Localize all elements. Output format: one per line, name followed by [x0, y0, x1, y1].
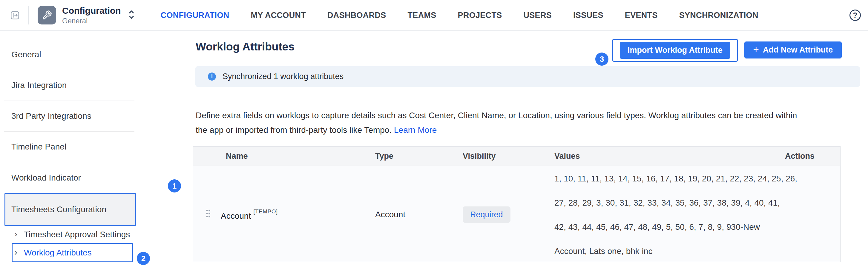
add-new-attribute-label: Add New Attribute	[763, 45, 833, 55]
divider	[28, 6, 29, 25]
values-line: 27, 28, 29, 3, 30, 31, 32, 33, 34, 35, 3…	[554, 191, 797, 215]
chevron-right-icon: ›	[14, 248, 17, 257]
main-nav: CONFIGURATION MY ACCOUNT DASHBOARDS TEAM…	[161, 11, 758, 20]
page-title: Worklog Attributes	[196, 41, 294, 53]
sidebar-item-timeline-panel[interactable]: Timeline Panel	[4, 132, 134, 162]
nav-configuration[interactable]: CONFIGURATION	[161, 11, 229, 20]
top-bar: Configuration General CONFIGURATION MY A…	[0, 0, 868, 31]
sidebar-item-timesheet-approval-settings[interactable]: › Timesheet Approval Settings	[0, 226, 179, 243]
nav-my-account[interactable]: MY ACCOUNT	[251, 11, 306, 20]
column-header-visibility: Visibility	[463, 152, 496, 161]
sync-info-banner: i Synchronized 1 worklog attributes	[195, 66, 860, 87]
sidebar-item-general[interactable]: General	[4, 39, 134, 70]
description-line-1: Define extra fields on worklogs to captu…	[196, 108, 862, 123]
plus-icon: +	[753, 44, 759, 55]
info-icon: i	[208, 72, 216, 80]
sidebar: General Jira Integration 3rd Party Integ…	[0, 31, 179, 265]
sidebar-item-label: Timesheet Approval Settings	[24, 230, 130, 239]
attribute-name: Account[TEMPO]	[221, 208, 278, 221]
chevron-right-icon: ›	[14, 230, 17, 238]
column-header-actions: Actions	[785, 152, 814, 161]
sidebar-expand-icon[interactable]	[9, 9, 21, 21]
attribute-values: 1, 10, 11, 11, 13, 14, 15, 16, 17, 18, 1…	[554, 167, 797, 263]
annotation-step-1-badge: 1	[168, 179, 181, 193]
page-description: Define extra fields on worklogs to captu…	[196, 108, 862, 137]
nav-users[interactable]: USERS	[523, 11, 552, 20]
app-title: Configuration	[62, 6, 121, 15]
column-header-name: Name	[226, 152, 248, 161]
help-icon[interactable]: ?	[849, 9, 861, 21]
visibility-badge: Required	[463, 206, 510, 223]
attribute-type: Account	[375, 210, 405, 219]
table-header-row: Name Type Visibility Values Actions	[193, 146, 840, 166]
nav-synchronization[interactable]: SYNCHRONIZATION	[679, 11, 758, 20]
app-switcher[interactable]: Configuration General	[38, 6, 135, 25]
nav-issues[interactable]: ISSUES	[573, 11, 603, 20]
banner-text: Synchronized 1 worklog attributes	[222, 72, 343, 81]
annotation-step-2-badge: 2	[137, 252, 150, 265]
sidebar-item-timesheets-configuration[interactable]: Timesheets Configuration	[4, 193, 136, 226]
sidebar-item-label: Worklog Attributes	[24, 248, 92, 258]
description-line-2: the app or imported from third-party too…	[196, 123, 862, 137]
app-subtitle: General	[62, 17, 121, 25]
nav-dashboards[interactable]: DASHBOARDS	[328, 11, 386, 20]
wrench-icon	[38, 6, 56, 25]
values-line: 42, 43, 44, 45, 46, 47, 48, 49, 5, 50, 6…	[554, 215, 797, 239]
values-line: Account, Lats one, bhk inc	[554, 239, 797, 263]
sidebar-item-3rd-party-integrations[interactable]: 3rd Party Integrations	[4, 101, 134, 132]
chevron-up-down-icon	[128, 9, 135, 21]
table-row: Account[TEMPO] Account Required 1, 10, 1…	[193, 166, 840, 262]
column-header-type: Type	[375, 152, 393, 161]
nav-events[interactable]: EVENTS	[625, 11, 658, 20]
annotation-step-3-box: Import Worklog Attribute	[612, 39, 738, 62]
values-line: 1, 10, 11, 11, 13, 14, 15, 16, 17, 18, 1…	[554, 167, 797, 191]
worklog-attributes-table: Name Type Visibility Values Actions Acco…	[193, 146, 840, 262]
divider	[145, 6, 145, 25]
sidebar-item-worklog-attributes[interactable]: › Worklog Attributes	[12, 243, 133, 262]
sidebar-item-label: Timesheets Configuration	[11, 205, 106, 214]
drag-handle-icon[interactable]	[205, 208, 211, 221]
import-worklog-attribute-button[interactable]: Import Worklog Attribute	[620, 42, 730, 59]
nav-teams[interactable]: TEAMS	[408, 11, 436, 20]
add-new-attribute-button[interactable]: + Add New Attribute	[744, 41, 842, 59]
column-header-values: Values	[554, 152, 580, 161]
nav-projects[interactable]: PROJECTS	[458, 11, 502, 20]
annotation-step-3-badge: 3	[595, 53, 609, 66]
sidebar-item-workload-indicator[interactable]: Workload Indicator	[4, 162, 134, 193]
tempo-tag: [TEMPO]	[253, 208, 278, 214]
sidebar-item-jira-integration[interactable]: Jira Integration	[4, 70, 134, 101]
learn-more-link[interactable]: Learn More	[394, 125, 437, 135]
